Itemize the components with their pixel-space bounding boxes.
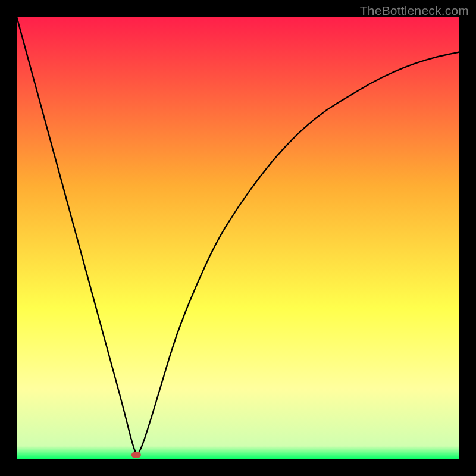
optimal-marker [131,452,141,458]
gradient-background [17,17,459,459]
chart-frame [17,17,459,459]
watermark-text: TheBottleneck.com [360,4,469,18]
bottleneck-chart [17,17,459,459]
